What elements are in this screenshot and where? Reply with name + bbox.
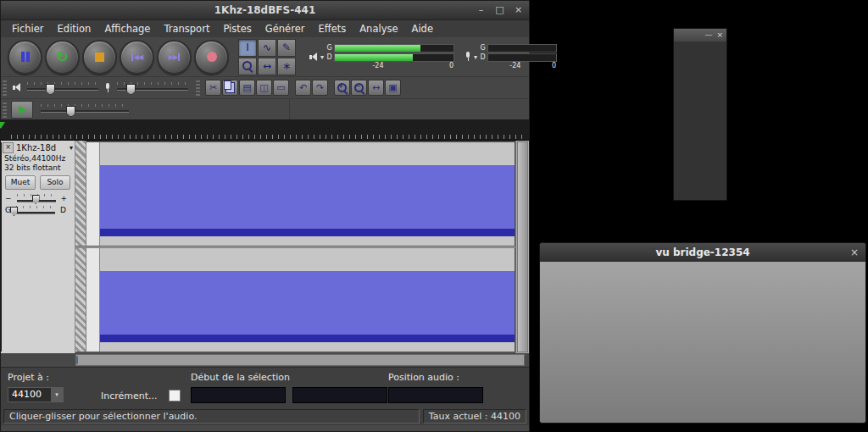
snap-to-checkbox[interactable] xyxy=(169,390,181,402)
skip-to-end-button[interactable]: ▶▶ xyxy=(157,40,192,75)
slider-track[interactable] xyxy=(27,88,98,91)
chevron-down-icon[interactable]: ▾ xyxy=(51,388,63,402)
horizontal-scrollbar-thumb[interactable] xyxy=(76,356,78,364)
menu-edition[interactable]: Edition xyxy=(51,21,98,36)
microphone-icon xyxy=(465,52,471,62)
slider-track[interactable] xyxy=(16,212,55,214)
input-volume-slider[interactable] xyxy=(114,81,191,94)
meter-channel-label: D xyxy=(480,53,486,61)
project-rate-combobox[interactable]: 44100 ▾ xyxy=(8,387,64,402)
meter-bar xyxy=(334,44,454,53)
track-bottom-edge[interactable] xyxy=(75,352,515,353)
copy-button[interactable] xyxy=(222,80,238,96)
edit-toolbar: ✂▤◫▭↶↷+−↔▣ xyxy=(205,80,401,96)
skip-to-start-button[interactable]: ◀◀ xyxy=(120,40,154,75)
cut-button[interactable]: ✂ xyxy=(205,80,221,96)
pause-button[interactable] xyxy=(8,40,42,75)
toolbar-grip[interactable] xyxy=(3,102,7,118)
vertical-scrollbar-thumb[interactable] xyxy=(517,141,528,352)
menu-affichage[interactable]: Affichage xyxy=(97,21,157,36)
minimize-button[interactable]: – xyxy=(475,4,487,16)
slider-thumb[interactable] xyxy=(10,207,18,216)
menu-effets[interactable]: Effets xyxy=(311,21,353,36)
close-button[interactable]: × xyxy=(850,246,859,258)
minimize-button[interactable]: — xyxy=(704,30,712,41)
chevron-down-icon: ▾ xyxy=(474,53,477,61)
audacity-window: 1Khz-18dBFS-441 – □ × FichierEditionAffi… xyxy=(0,0,530,432)
toolbar-grip[interactable] xyxy=(196,80,200,96)
selection-start-label: Début de la sélection xyxy=(191,372,290,383)
track-close-icon[interactable]: × xyxy=(3,142,14,153)
paste-button-icon: ▤ xyxy=(242,82,251,93)
stop-button[interactable] xyxy=(82,40,117,75)
window-title: vu bridge-12354 xyxy=(655,246,749,258)
menu-fichier[interactable]: Fichier xyxy=(5,21,51,36)
waveform-channel-left[interactable] xyxy=(100,142,515,246)
slider-thumb[interactable] xyxy=(32,195,40,204)
timeline-ruler[interactable] xyxy=(1,119,529,141)
zoom-selection-button[interactable]: ↔ xyxy=(368,80,384,96)
menu-aide[interactable]: Aide xyxy=(405,21,440,36)
track-menu-icon[interactable]: ▾ xyxy=(70,144,73,152)
play-at-speed-button[interactable] xyxy=(11,101,33,119)
zoom-fit-button[interactable]: ▣ xyxy=(385,80,401,96)
menu-analyse[interactable]: Analyse xyxy=(353,21,404,36)
pan-left-label: G xyxy=(5,206,11,214)
zoom-in-button[interactable]: + xyxy=(334,80,350,96)
vertical-ruler-left-channel[interactable] xyxy=(86,142,100,246)
slider-thumb[interactable] xyxy=(66,106,75,117)
solo-button[interactable]: Solo xyxy=(40,175,70,190)
vertical-scrollbar[interactable] xyxy=(515,141,529,353)
loop-play-button[interactable]: ↻ xyxy=(45,40,80,75)
timeshift-tool[interactable]: ↔ xyxy=(258,58,276,75)
output-volume-slider[interactable] xyxy=(25,81,101,94)
paste-button[interactable]: ▤ xyxy=(239,80,255,96)
slider-thumb[interactable] xyxy=(46,84,55,95)
menu-bar: FichierEditionAffichageTransportPistesGé… xyxy=(1,20,529,38)
title-bar[interactable]: — × xyxy=(674,29,726,42)
selection-start-field[interactable] xyxy=(191,387,286,403)
vertical-ruler-right-channel[interactable] xyxy=(86,248,100,352)
trim-button[interactable]: ◫ xyxy=(256,80,272,96)
horizontal-scrollbar[interactable] xyxy=(75,354,525,366)
meter-bar xyxy=(487,53,557,62)
pan-slider[interactable] xyxy=(14,205,58,215)
maximize-button[interactable]: □ xyxy=(493,4,506,16)
zoom-tool[interactable] xyxy=(238,58,257,75)
draw-tool[interactable]: ✎ xyxy=(277,39,296,57)
menu-pistes[interactable]: Pistes xyxy=(216,21,258,36)
zoom-fit-button-icon: ▣ xyxy=(388,82,397,93)
selection-tool[interactable]: I xyxy=(238,39,257,57)
silence-button[interactable]: ▭ xyxy=(273,80,289,96)
title-bar[interactable]: vu bridge-12354 × xyxy=(540,243,865,262)
recording-meter[interactable]: ▾ GD-240 xyxy=(465,43,557,70)
selection-end-field[interactable] xyxy=(292,387,387,403)
zoom-out-button-icon: − xyxy=(354,83,364,93)
playback-meter[interactable]: ▾ GD-240 xyxy=(309,43,454,70)
undo-button[interactable]: ↶ xyxy=(295,80,311,96)
multi-tool[interactable]: ∗ xyxy=(277,58,296,75)
envelope-tool[interactable]: ∿ xyxy=(258,39,276,57)
slider-thumb[interactable] xyxy=(126,84,136,95)
mute-button[interactable]: Muet xyxy=(5,175,36,190)
menu-transport[interactable]: Transport xyxy=(157,21,216,36)
redo-button[interactable]: ↷ xyxy=(312,80,328,96)
timeline-cursor-marker[interactable] xyxy=(0,122,5,129)
audio-position-field[interactable] xyxy=(388,387,483,403)
waveform-channel-right[interactable] xyxy=(100,248,515,352)
track-control-panel[interactable]: × 1Khz-18d ▾ Stéréo,44100Hz 32 bits flot… xyxy=(1,141,75,353)
record-button[interactable] xyxy=(194,40,229,75)
gain-slider[interactable] xyxy=(14,193,58,203)
zoom-out-button[interactable]: − xyxy=(351,80,367,96)
slider-track[interactable] xyxy=(41,110,129,113)
title-bar[interactable]: 1Khz-18dBFS-441 – □ × xyxy=(1,1,529,20)
close-button[interactable]: × xyxy=(512,4,525,16)
project-rate-label: Projet à : xyxy=(8,372,49,383)
play-speed-slider[interactable] xyxy=(38,103,131,116)
track-name[interactable]: 1Khz-18d xyxy=(16,143,67,152)
status-bar: Cliquer-glisser pour sélectionner l'audi… xyxy=(1,407,529,425)
toolbar-grip[interactable] xyxy=(3,80,7,96)
gain-minus-label: − xyxy=(5,194,12,202)
close-button[interactable]: × xyxy=(716,30,723,41)
menu-generer[interactable]: Générer xyxy=(259,21,312,36)
